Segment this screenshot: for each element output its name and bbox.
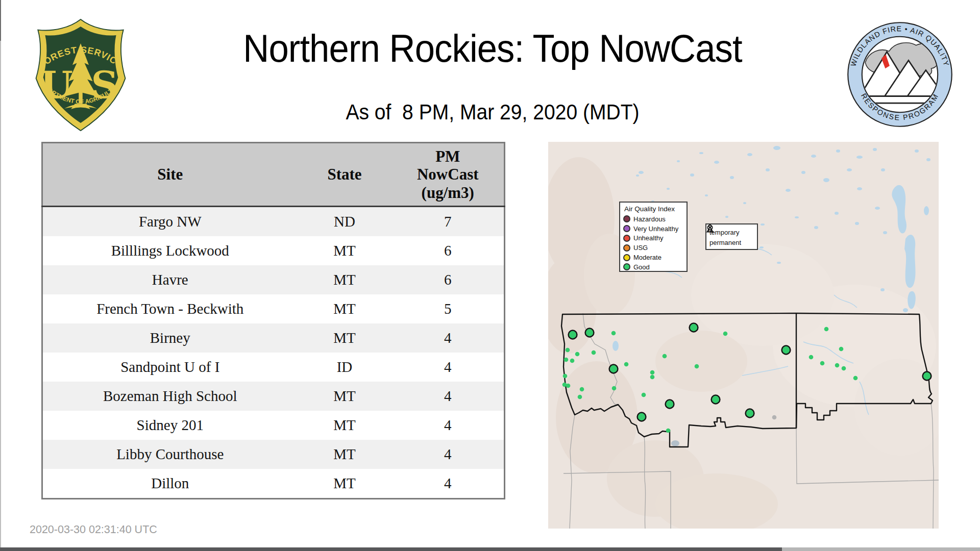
column-header: Site: [42, 143, 298, 207]
monitor-site-large: [923, 372, 932, 381]
aqi-color-dot: [623, 215, 630, 222]
report-page: FOREST SERVICE DEPARTMENT OF AGRICULTURE…: [0, 0, 980, 551]
monitor-site-small: [853, 376, 858, 381]
marker-temporary-label: temporary: [709, 229, 740, 236]
cell-value: 4: [392, 411, 505, 440]
aqi-item-usg: USG: [623, 243, 683, 253]
aqi-item-label: Unhealthy: [633, 234, 664, 242]
marker-legend-permanent: permanent: [709, 237, 754, 247]
monitor-site-small: [566, 348, 570, 353]
monitor-site-inactive: [772, 415, 777, 420]
monitor-site-large: [690, 323, 698, 332]
monitor-site-small: [563, 374, 568, 379]
cell-state: MT: [298, 411, 392, 440]
cell-site: Libby Courthouse: [42, 440, 298, 469]
cell-site: Dillon: [42, 469, 298, 499]
cell-value: 7: [392, 207, 505, 237]
monitor-site-small: [642, 393, 646, 397]
usfs-logo: FOREST SERVICE DEPARTMENT OF AGRICULTURE…: [33, 17, 129, 133]
horizontal-scrollbar-thumb[interactable]: [0, 547, 782, 551]
aqi-item-label: Moderate: [633, 254, 662, 261]
aqi-color-dot: [623, 225, 630, 232]
monitor-site-large: [666, 400, 674, 409]
aqi-item-label: USG: [633, 244, 648, 252]
cell-value: 6: [392, 265, 505, 294]
cell-site: Birney: [42, 323, 298, 353]
usfs-letter-s: S: [91, 63, 118, 107]
wfaqrp-logo: WILDLAND FIRE • AIR QUALITY RESPONSE PRO…: [846, 20, 954, 129]
aqi-item-hazardous: Hazardous: [623, 214, 683, 224]
table-row: Libby CourthouseMT4: [42, 440, 505, 469]
table-row: French Town - BeckwithMT5: [42, 294, 505, 323]
aqi-color-dot: [623, 254, 630, 261]
monitor-site-small: [611, 331, 616, 336]
nowcast-table: SiteStatePM NowCast (ug/m3) Fargo NWND7B…: [41, 142, 505, 499]
cell-state: MT: [298, 440, 392, 469]
aqi-color-dot: [623, 263, 630, 270]
monitor-site-small: [650, 370, 655, 375]
aqi-item-label: Hazardous: [633, 215, 666, 223]
monitor-site-small: [624, 362, 629, 367]
monitor-site-small: [575, 352, 580, 357]
cell-site: French Town - Beckwith: [42, 294, 298, 323]
cell-state: MT: [298, 265, 392, 294]
monitor-site-small: [570, 359, 575, 363]
monitor-site-large: [746, 409, 754, 418]
cell-state: MT: [298, 382, 392, 411]
monitor-site-small: [650, 375, 655, 380]
aqi-color-dot: [623, 244, 630, 252]
monitor-site-small: [835, 363, 840, 368]
monitor-site-small: [824, 327, 829, 332]
table-row: Fargo NWND7: [42, 207, 505, 237]
monitor-site-large: [609, 365, 618, 373]
monitor-site-small: [578, 395, 582, 399]
page-title: Northern Rockies: Top NowCast: [203, 28, 782, 69]
cell-value: 4: [392, 382, 505, 411]
monitor-site-small: [580, 387, 584, 392]
cell-value: 4: [392, 469, 505, 499]
monitor-map: Air Quality Index HazardousVery Unhealth…: [548, 142, 939, 529]
cell-state: ND: [298, 207, 392, 237]
monitor-site-large: [638, 413, 646, 421]
cell-state: ID: [298, 353, 392, 382]
monitor-site-small: [842, 366, 846, 371]
aqi-item-good: Good: [623, 262, 683, 272]
monitor-site-small: [592, 350, 596, 355]
marker-legend: temporary permanent: [705, 223, 758, 250]
triangle-marker-icon: [706, 224, 714, 233]
monitor-site-large: [712, 395, 720, 404]
table-row: DillonMT4: [42, 469, 505, 499]
cell-state: MT: [298, 323, 392, 353]
cell-site: Sandpoint U of I: [42, 353, 298, 382]
map-canvas: [548, 142, 939, 529]
aqi-legend: Air Quality Index HazardousVery Unhealth…: [619, 202, 688, 272]
aqi-item-moderate: Moderate: [623, 253, 683, 262]
cell-site: Fargo NW: [42, 207, 298, 237]
window-edge: [0, 0, 1, 547]
page-subtitle: As of 8 PM, Mar 29, 2020 (MDT): [203, 100, 782, 124]
monitor-site-small: [839, 347, 844, 352]
cell-site: Havre: [42, 265, 298, 294]
column-header: State: [298, 143, 392, 207]
cell-state: MT: [298, 469, 392, 499]
monitor-site-small: [666, 429, 671, 433]
aqi-legend-title: Air Quality Index: [624, 205, 683, 213]
monitor-site-large: [585, 329, 594, 337]
table-row: Billlings LockwoodMT6: [42, 236, 505, 265]
cell-state: MT: [298, 236, 392, 265]
aqi-item-unhealthy: Unhealthy: [623, 234, 683, 243]
horizontal-scrollbar-track[interactable]: [0, 547, 980, 551]
monitor-site-large: [569, 331, 577, 339]
monitor-dots-inactive: [772, 415, 777, 420]
cell-site: Sidney 201: [42, 411, 298, 440]
cell-site: Billlings Lockwood: [42, 236, 298, 265]
table-row: Bozeman High SchoolMT4: [42, 382, 505, 411]
generation-timestamp: 2020-03-30 02:31:40 UTC: [30, 523, 157, 536]
aqi-item-very-unhealthy: Very Unhealthy: [623, 224, 683, 234]
aqi-item-label: Very Unhealthy: [633, 225, 678, 233]
monitor-site-small: [723, 332, 728, 336]
aqi-item-label: Good: [633, 263, 650, 271]
monitor-site-small: [809, 355, 814, 360]
monitor-site-small: [566, 384, 571, 388]
monitor-site-small: [612, 386, 617, 391]
